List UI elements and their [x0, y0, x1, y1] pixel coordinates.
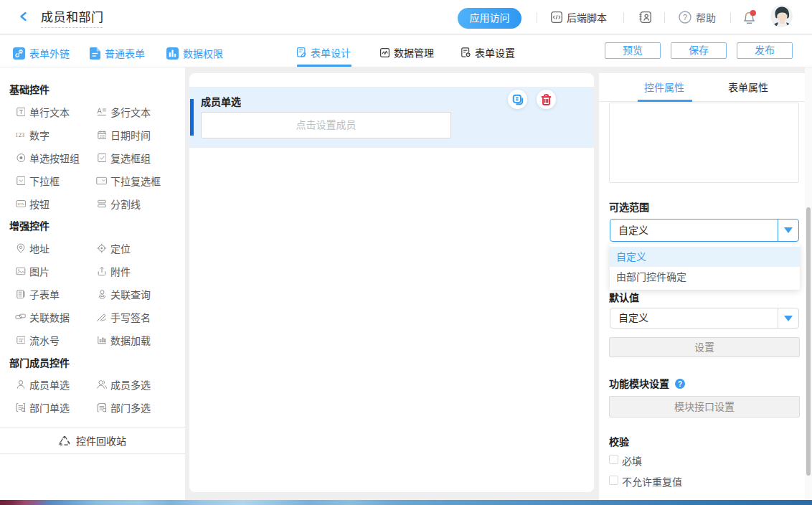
svg-text:?: ? — [683, 13, 687, 22]
svg-text:123: 123 — [15, 132, 25, 138]
svg-text:?: ? — [678, 380, 682, 388]
svg-text:BTN: BTN — [18, 202, 24, 206]
